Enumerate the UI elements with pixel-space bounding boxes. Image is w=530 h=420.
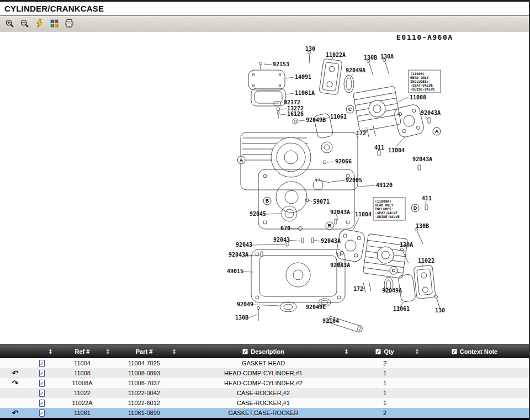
column-checkbox-desc[interactable]: ✓ — [242, 349, 248, 354]
table-row[interactable]: ✓1100411004-7025GASKET-HEAD2 — [0, 358, 529, 368]
part-number-label[interactable]: 11008 — [410, 94, 426, 100]
part-number-label[interactable]: 59071 — [313, 199, 330, 205]
part-number-label[interactable]: 92045 — [250, 211, 266, 217]
svg-text:HEAD ONLY: HEAD ONLY — [410, 76, 429, 79]
printer-icon[interactable] — [63, 18, 75, 29]
row-checkbox[interactable]: ✓ — [39, 380, 45, 387]
part-number-label[interactable]: 49015 — [227, 268, 243, 274]
row-checkbox[interactable]: ✓ — [39, 410, 45, 417]
parts-catalog-window: CYLINDER/CRANKCASE — [0, 0, 530, 420]
cell-select: ✓ — [30, 370, 54, 376]
part-number-label[interactable]: 14091 — [295, 74, 311, 80]
cell-action: ↷ — [0, 379, 30, 387]
table-row[interactable]: ✓1102211022-0042CASE-ROCKER,#21 — [0, 388, 529, 398]
part-number-label[interactable]: 92005 — [346, 177, 362, 183]
sort-arrow-icon[interactable]: ↕ — [172, 348, 177, 355]
part-number-label[interactable]: 92104 — [322, 318, 339, 324]
part-number-label[interactable]: 92153 — [273, 61, 289, 67]
column-checkbox-note[interactable]: ✓ — [452, 349, 457, 354]
part-number-label[interactable]: 172 — [356, 130, 366, 136]
row-checkbox[interactable]: ✓ — [39, 360, 45, 367]
row-checkbox[interactable]: ✓ — [39, 390, 45, 397]
sort-arrow-icon[interactable]: ↕ — [415, 348, 420, 355]
forward-arrow-icon[interactable]: ↷ — [12, 379, 19, 387]
part-number-label[interactable]: 130B — [416, 223, 429, 229]
leader-line — [288, 240, 300, 241]
row-checkbox[interactable]: ✓ — [39, 370, 45, 377]
part-number-label[interactable]: 11022 — [418, 258, 434, 264]
part-number-label[interactable]: 92043A — [321, 238, 341, 244]
column-header-part[interactable]: Part #↕ — [111, 344, 177, 358]
table-row[interactable]: ↷✓11008A11008-7037HEAD-COMP-CYLINDER,#21 — [0, 378, 529, 388]
svg-text:(11008): (11008) — [410, 72, 425, 76]
table-row[interactable]: ✓11022A11022-6012CASE-ROCKER,#11 — [0, 398, 529, 408]
part-number-label[interactable]: 92043 — [273, 237, 290, 243]
part-number-label[interactable]: 172 — [353, 286, 363, 292]
column-label: Qty — [384, 348, 394, 355]
part-number-label[interactable]: 11004 — [355, 211, 372, 217]
zoom-in-icon[interactable] — [4, 18, 15, 29]
svg-text:A: A — [435, 129, 439, 134]
lightning-icon[interactable] — [34, 18, 45, 29]
part-number-label[interactable]: 11004 — [388, 147, 405, 153]
part-number-label[interactable]: 11061 — [330, 114, 347, 120]
part-number-label[interactable]: 92043A — [421, 110, 441, 116]
part-number-label[interactable]: 11061A — [295, 90, 315, 96]
sort-arrow-icon[interactable]: ↕ — [344, 348, 349, 355]
part-number-label[interactable]: 130A — [400, 242, 413, 248]
svg-text:-GUIDE-VALVE: -GUIDE-VALVE — [410, 87, 435, 91]
column-header-select[interactable]: ↕ — [30, 344, 54, 358]
part-number-label[interactable]: 92043A — [330, 262, 350, 268]
part-number-label[interactable]: 92043 — [236, 242, 252, 248]
column-header-ref[interactable]: Ref #↕ — [54, 344, 111, 358]
back-arrow-icon[interactable]: ↶ — [12, 408, 19, 417]
cell-select: ✓ — [30, 380, 54, 386]
part-number-label[interactable]: 130 — [305, 46, 315, 52]
column-checkbox-qty[interactable]: ✓ — [375, 349, 381, 354]
part-number-label[interactable]: 130A — [380, 54, 394, 60]
part-number-label[interactable]: 92049A — [382, 288, 402, 294]
cell-part: 11061-0899 — [111, 410, 177, 416]
leader-line — [350, 74, 353, 78]
callout-C: C — [346, 105, 354, 113]
cell-action: ↶ — [0, 409, 30, 417]
color-grid-icon[interactable] — [49, 18, 60, 29]
part-number-label[interactable]: 92049B — [306, 117, 326, 123]
part-number-label[interactable]: 92049C — [306, 304, 326, 310]
exploded-parts-diagram[interactable]: 921531409111061A92172132721612692049B110… — [0, 31, 529, 344]
table-row[interactable]: ↶✓1106111061-0899GASKET,CASE-ROCKER2 — [0, 408, 529, 418]
part-number-label[interactable]: 92043A — [330, 209, 350, 215]
sort-arrow-icon[interactable]: ↕ — [105, 348, 110, 355]
part-number-label[interactable]: 11061 — [393, 306, 410, 312]
row-checkbox[interactable]: ✓ — [39, 400, 45, 407]
cell-part: 11022-6012 — [111, 400, 177, 406]
part-number-label[interactable]: 411 — [374, 145, 384, 151]
zoom-out-icon[interactable] — [19, 18, 30, 29]
leader-line — [331, 180, 344, 182]
part-number-label[interactable]: 11022A — [326, 52, 346, 58]
part-number-label[interactable]: 130 — [435, 307, 445, 313]
part-number-label[interactable]: 92043A — [229, 252, 248, 258]
part-number-label[interactable]: 92043A — [412, 156, 432, 162]
part-number-label[interactable]: 92049 — [237, 301, 253, 307]
cell-select: ✓ — [30, 360, 54, 366]
part-number-label[interactable]: 92049A — [346, 67, 365, 73]
table-header: ↕Ref #↕Part #↕✓Description↕✓Qty↕✓Context… — [0, 344, 529, 358]
cell-action: ↶ — [0, 369, 30, 377]
column-header-desc[interactable]: ✓Description↕ — [177, 344, 349, 358]
part-number-label[interactable]: 92172 — [284, 99, 300, 105]
sort-arrow-icon[interactable]: ↕ — [48, 348, 53, 355]
part-number-label[interactable]: 411 — [422, 195, 432, 201]
part-number-label[interactable]: 130B — [364, 55, 377, 61]
part-number-label[interactable]: 670 — [280, 225, 290, 231]
back-arrow-icon[interactable]: ↶ — [12, 369, 19, 378]
column-header-qty[interactable]: ✓Qty↕ — [349, 344, 420, 358]
part-number-label[interactable]: 92066 — [335, 158, 352, 164]
svg-text:A: A — [240, 157, 243, 163]
part-number-label[interactable]: 130B — [235, 315, 248, 321]
part-number-label[interactable]: 49120 — [376, 182, 393, 188]
table-row[interactable]: ↶✓1100811008-0893HEAD-COMP-CYLINDER,#11 — [0, 368, 529, 378]
part-number-label[interactable]: 16126 — [287, 111, 304, 117]
cell-qty: 1 — [349, 380, 420, 386]
svg-text:INCLUDES:: INCLUDES: — [410, 79, 429, 83]
